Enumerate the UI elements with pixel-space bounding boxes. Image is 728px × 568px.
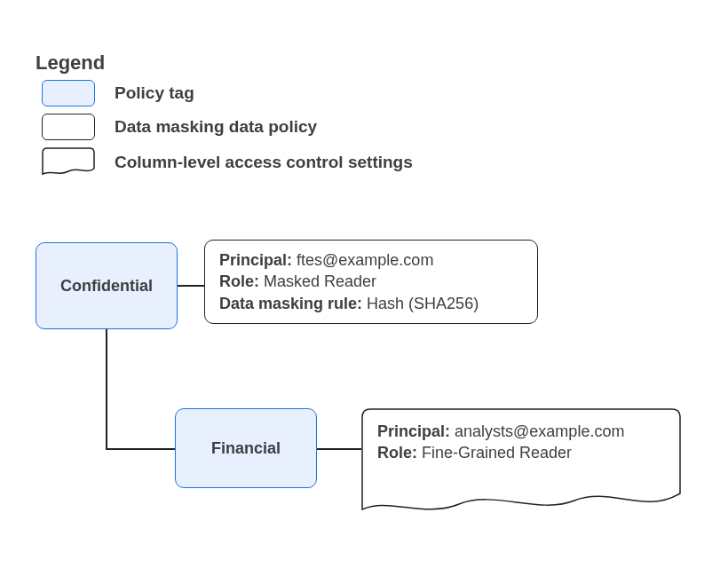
- policy-tag-label: Financial: [211, 439, 281, 458]
- legend-label: Data masking data policy: [115, 117, 317, 137]
- role-value: Fine-Grained Reader: [422, 444, 572, 462]
- legend-row-column-access: Column-level access control settings: [42, 147, 413, 178]
- principal-label: Principal:: [219, 251, 292, 269]
- policy-tag-label: Confidential: [60, 277, 153, 296]
- policy-tag-financial: Financial: [175, 408, 317, 488]
- policy-role-row: Role: Masked Reader: [219, 271, 523, 292]
- column-access-swatch-icon: [42, 147, 95, 178]
- connector-line: [106, 448, 175, 450]
- access-role-row: Role: Fine-Grained Reader: [377, 442, 624, 463]
- rule-label: Data masking rule:: [219, 295, 362, 312]
- column-access-settings-box: Principal: analysts@example.com Role: Fi…: [361, 408, 681, 515]
- role-label: Role:: [377, 444, 417, 462]
- data-masking-policy-box: Principal: ftes@example.com Role: Masked…: [204, 240, 538, 324]
- policy-principal-row: Principal: ftes@example.com: [219, 249, 523, 271]
- legend-title: Legend: [36, 51, 105, 75]
- connector-line: [106, 329, 107, 449]
- role-label: Role:: [219, 272, 259, 290]
- diagram-canvas: Legend Policy tag Data masking data poli…: [0, 0, 728, 568]
- policy-tag-swatch-icon: [42, 80, 95, 106]
- policy-rule-row: Data masking rule: Hash (SHA256): [219, 293, 523, 314]
- connector-line: [178, 285, 204, 287]
- connector-line: [317, 448, 361, 450]
- principal-label: Principal:: [377, 422, 450, 440]
- principal-value: ftes@example.com: [297, 251, 433, 269]
- masking-policy-swatch-icon: [42, 114, 95, 140]
- legend-label: Policy tag: [115, 83, 194, 103]
- principal-value: analysts@example.com: [455, 422, 624, 440]
- access-principal-row: Principal: analysts@example.com: [377, 421, 624, 442]
- legend-row-masking-policy: Data masking data policy: [42, 114, 317, 140]
- role-value: Masked Reader: [264, 272, 376, 290]
- policy-tag-confidential: Confidential: [36, 242, 178, 329]
- legend-row-policy-tag: Policy tag: [42, 80, 194, 106]
- rule-value: Hash (SHA256): [367, 295, 479, 312]
- legend-label: Column-level access control settings: [115, 153, 413, 172]
